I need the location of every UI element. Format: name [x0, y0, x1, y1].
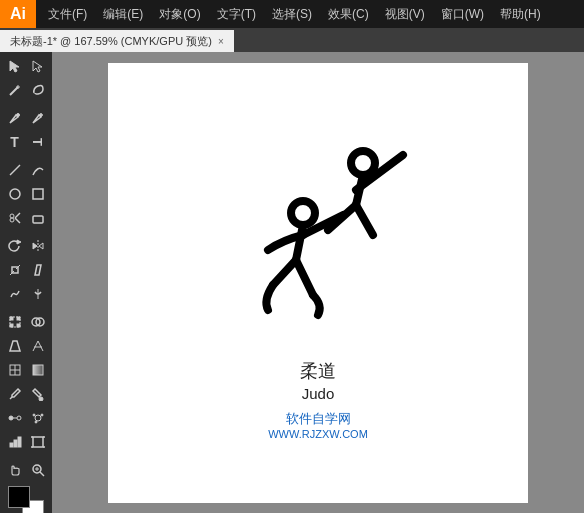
svg-line-2: [10, 87, 18, 95]
hand-tool[interactable]: [4, 459, 26, 481]
main-area: T T: [0, 52, 584, 513]
svg-line-12: [15, 218, 20, 223]
svg-marker-16: [17, 240, 21, 244]
svg-point-13: [10, 214, 14, 218]
menu-text[interactable]: 文字(T): [209, 0, 264, 28]
svg-point-41: [35, 415, 41, 421]
svg-line-8: [10, 165, 20, 175]
perspective-tool[interactable]: [4, 335, 26, 357]
warp-tool[interactable]: [4, 283, 26, 305]
menu-effect[interactable]: 效果(C): [320, 0, 377, 28]
svg-rect-46: [14, 440, 17, 447]
toolbar: T T: [0, 52, 52, 513]
caption-english: Judo: [302, 385, 335, 402]
svg-point-44: [35, 421, 37, 423]
menu-help[interactable]: 帮助(H): [492, 0, 549, 28]
reflect-tool[interactable]: [27, 235, 49, 257]
selection-tool[interactable]: [4, 55, 26, 77]
svg-rect-47: [18, 437, 21, 447]
caption-chinese: 柔道: [300, 359, 336, 383]
mesh-tool[interactable]: [4, 359, 26, 381]
tab-close-button[interactable]: ×: [218, 36, 224, 47]
tab-bar: 未标题-1* @ 167.59% (CMYK/GPU 预览) ×: [0, 28, 584, 52]
artboard-tool[interactable]: [27, 431, 49, 453]
svg-line-31: [38, 341, 43, 351]
perspective-grid-tool[interactable]: [27, 335, 49, 357]
symbol-sprayer-tool[interactable]: [27, 407, 49, 429]
svg-point-43: [41, 414, 43, 416]
direct-selection-tool[interactable]: [27, 55, 49, 77]
svg-marker-0: [10, 61, 19, 72]
rotate-tool[interactable]: [4, 235, 26, 257]
arc-tool[interactable]: [27, 159, 49, 181]
column-graph-tool[interactable]: [4, 431, 26, 453]
svg-line-62: [296, 225, 303, 260]
watermark-line1: 软件自学网: [286, 410, 351, 428]
svg-line-63: [273, 260, 296, 285]
pen-tool[interactable]: [4, 107, 26, 129]
menu-view[interactable]: 视图(V): [377, 0, 433, 28]
menu-object[interactable]: 对象(O): [151, 0, 208, 28]
menu-select[interactable]: 选择(S): [264, 0, 320, 28]
magic-wand-tool[interactable]: [4, 79, 26, 101]
shape-builder-tool[interactable]: [27, 311, 49, 333]
type-tool[interactable]: T: [4, 131, 26, 153]
svg-rect-36: [33, 365, 43, 375]
svg-rect-48: [33, 437, 43, 447]
svg-line-30: [33, 341, 38, 351]
svg-line-54: [40, 472, 44, 476]
svg-point-9: [10, 189, 20, 199]
ai-logo: Ai: [0, 0, 36, 28]
free-transform-tool[interactable]: [4, 311, 26, 333]
menu-file[interactable]: 文件(F): [40, 0, 95, 28]
svg-point-5: [16, 114, 19, 117]
svg-point-14: [10, 218, 14, 222]
fill-color-box[interactable]: [8, 486, 30, 508]
svg-rect-45: [10, 443, 13, 447]
svg-point-42: [33, 414, 35, 416]
svg-line-60: [356, 205, 373, 235]
svg-rect-23: [10, 317, 13, 320]
canvas-paper: 柔道 Judo 软件自学网 WWW.RJZXW.COM: [108, 63, 528, 503]
shear-tool[interactable]: [27, 259, 49, 281]
menu-edit[interactable]: 编辑(E): [95, 0, 151, 28]
judo-figure: [208, 125, 428, 349]
svg-line-37: [10, 397, 12, 399]
scissors-tool[interactable]: [4, 207, 26, 229]
svg-rect-10: [33, 189, 43, 199]
svg-rect-15: [33, 216, 43, 223]
svg-rect-25: [10, 324, 13, 327]
line-tool[interactable]: [4, 159, 26, 181]
tab-title: 未标题-1* @ 167.59% (CMYK/GPU 预览): [10, 34, 212, 49]
svg-marker-1: [33, 61, 42, 72]
scale-tool[interactable]: [4, 259, 26, 281]
color-boxes[interactable]: [8, 486, 44, 513]
vertical-type-tool[interactable]: T: [27, 131, 49, 153]
svg-marker-29: [10, 341, 20, 351]
rectangle-tool[interactable]: [4, 183, 26, 205]
menu-window[interactable]: 窗口(W): [433, 0, 492, 28]
paint-bucket-tool[interactable]: [27, 383, 49, 405]
lasso-tool[interactable]: [27, 79, 49, 101]
menu-bar: 文件(F) 编辑(E) 对象(O) 文字(T) 选择(S) 效果(C) 视图(V…: [36, 0, 584, 28]
width-tool[interactable]: [27, 283, 49, 305]
active-tab[interactable]: 未标题-1* @ 167.59% (CMYK/GPU 预览) ×: [0, 30, 234, 52]
svg-line-11: [15, 213, 20, 218]
eraser-tool[interactable]: [27, 207, 49, 229]
add-anchor-tool[interactable]: [27, 107, 49, 129]
zoom-tool[interactable]: [27, 459, 49, 481]
blend-tool[interactable]: [4, 407, 26, 429]
polygon-tool[interactable]: [27, 183, 49, 205]
color-section: ⇆ □ ⊘: [0, 482, 52, 513]
canvas-area: 柔道 Judo 软件自学网 WWW.RJZXW.COM: [52, 52, 584, 513]
title-bar: Ai 文件(F) 编辑(E) 对象(O) 文字(T) 选择(S) 效果(C) 视…: [0, 0, 584, 28]
svg-point-38: [9, 416, 13, 420]
gradient-tool[interactable]: [27, 359, 49, 381]
svg-point-39: [17, 416, 21, 420]
svg-rect-26: [17, 324, 20, 327]
svg-line-64: [296, 260, 313, 295]
watermark-line2: WWW.RJZXW.COM: [268, 428, 368, 440]
eyedropper-tool[interactable]: [4, 383, 26, 405]
svg-rect-24: [17, 317, 20, 320]
